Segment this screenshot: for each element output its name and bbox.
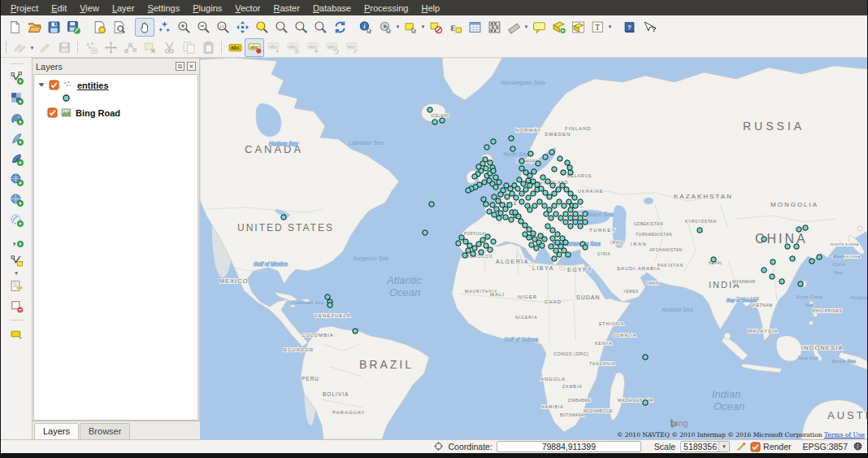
run-feature-action-button[interactable] bbox=[375, 18, 395, 37]
toolbar-grip[interactable] bbox=[77, 41, 78, 54]
field-calculator-button[interactable] bbox=[484, 18, 504, 37]
new-project-button[interactable] bbox=[5, 18, 24, 37]
zoom-native-button[interactable]: 1:1 bbox=[213, 18, 232, 37]
measure-button[interactable] bbox=[504, 18, 523, 37]
zoom-full-button[interactable] bbox=[232, 18, 252, 37]
pan-to-selection-button[interactable] bbox=[154, 18, 174, 37]
whats-this-button[interactable]: ? bbox=[639, 18, 658, 37]
render-checkbox[interactable] bbox=[750, 442, 760, 451]
rotation-icon[interactable] bbox=[736, 441, 747, 453]
refresh-map-button[interactable] bbox=[330, 18, 349, 37]
map-canvas[interactable]: CANADAUNITED STATESMEXICOCOLOMBIAVENEZUE… bbox=[200, 58, 867, 439]
layer-labeling-button[interactable]: abc bbox=[225, 38, 245, 57]
text-annotation-button[interactable]: T bbox=[588, 18, 607, 37]
new-bookmark-button[interactable] bbox=[549, 18, 568, 37]
pan-map-button[interactable] bbox=[135, 18, 154, 37]
add-delimited-text-layer-button[interactable]: , bbox=[7, 231, 26, 250]
show-bookmarks-button[interactable] bbox=[568, 18, 588, 37]
select-features-dropdown[interactable]: ▼ bbox=[420, 24, 426, 29]
label-tool-button[interactable] bbox=[7, 325, 26, 343]
add-spatialite-layer-button[interactable] bbox=[7, 129, 26, 148]
menu-layer[interactable]: Layer bbox=[106, 2, 141, 15]
add-wcs-layer-button[interactable] bbox=[7, 190, 26, 209]
select-by-expression-button[interactable]: ε bbox=[445, 18, 465, 37]
panel-tab-layers[interactable]: Layers bbox=[34, 423, 79, 439]
zoom-next-button[interactable] bbox=[310, 18, 330, 37]
cut-features-button[interactable] bbox=[159, 38, 179, 57]
pin-labels-button[interactable]: abc bbox=[264, 38, 284, 57]
menu-help[interactable]: Help bbox=[414, 2, 446, 15]
node-tool-button[interactable] bbox=[120, 38, 140, 57]
toolbar-grip[interactable] bbox=[11, 320, 23, 321]
new-shapefile-layer-button[interactable] bbox=[7, 251, 26, 270]
zoom-to-layer-button[interactable] bbox=[271, 18, 291, 37]
layer-name[interactable]: Bing Road bbox=[76, 108, 120, 118]
menu-settings[interactable]: Settings bbox=[141, 2, 186, 15]
crs-status-icon[interactable] bbox=[853, 441, 863, 453]
add-feature-button[interactable] bbox=[81, 38, 101, 57]
layer-row-entities[interactable]: entities bbox=[34, 79, 197, 91]
help-contents-button[interactable]: ? bbox=[619, 18, 639, 37]
text-annotation-dropdown[interactable]: ▼ bbox=[607, 24, 613, 29]
open-attribute-table-button[interactable] bbox=[465, 18, 484, 37]
add-wfs-layer-button[interactable] bbox=[7, 211, 26, 229]
menu-plugins[interactable]: Plugins bbox=[186, 2, 228, 15]
save-layer-edits-button[interactable] bbox=[54, 38, 74, 57]
new-print-composer-button[interactable] bbox=[89, 18, 109, 37]
zoom-out-button[interactable] bbox=[193, 18, 213, 37]
move-label-button[interactable]: abc bbox=[303, 38, 323, 57]
chevron-down-icon[interactable]: ▼ bbox=[718, 442, 729, 451]
close-panel-icon[interactable]: ✕ bbox=[187, 62, 196, 71]
zoom-last-button[interactable] bbox=[291, 18, 310, 37]
change-label-button[interactable]: abc bbox=[342, 38, 362, 57]
add-layer-definition-button[interactable] bbox=[7, 277, 26, 295]
layer-checkbox[interactable] bbox=[49, 80, 59, 90]
toolbar-grip[interactable] bbox=[6, 41, 7, 54]
float-panel-icon[interactable]: ⧉ bbox=[176, 62, 184, 71]
terms-of-use-link[interactable]: Terms of Use bbox=[824, 431, 865, 438]
open-project-button[interactable] bbox=[24, 18, 44, 37]
toggle-editing-button[interactable] bbox=[35, 38, 54, 57]
toolbar-grip[interactable] bbox=[11, 63, 23, 64]
layer-name[interactable]: entities bbox=[77, 81, 109, 90]
menu-edit[interactable]: Edit bbox=[45, 2, 73, 15]
toolbar-grip[interactable] bbox=[221, 41, 222, 54]
delete-selected-button[interactable] bbox=[140, 38, 159, 57]
remove-layer-group-button[interactable] bbox=[7, 297, 26, 316]
expander-icon[interactable] bbox=[37, 81, 46, 89]
menu-vector[interactable]: Vector bbox=[228, 2, 267, 15]
menu-project[interactable]: Project bbox=[4, 2, 45, 15]
menu-database[interactable]: Database bbox=[306, 2, 358, 15]
highlight-labels-button[interactable]: abc bbox=[284, 38, 303, 57]
menu-processing[interactable]: Processing bbox=[358, 2, 414, 15]
move-feature-button[interactable] bbox=[101, 38, 120, 57]
run-feature-action-dropdown[interactable]: ▼ bbox=[395, 24, 401, 29]
zoom-to-selection-button[interactable] bbox=[252, 18, 271, 37]
menu-view[interactable]: View bbox=[73, 2, 106, 15]
coordinate-input[interactable] bbox=[497, 441, 641, 452]
layer-checkbox[interactable] bbox=[47, 107, 58, 118]
layer-row-Bing Road[interactable]: Bing Road bbox=[34, 107, 197, 119]
save-project-button[interactable] bbox=[44, 18, 63, 37]
copy-features-button[interactable] bbox=[179, 38, 198, 57]
paste-features-button[interactable] bbox=[198, 38, 218, 57]
composer-manager-button[interactable] bbox=[109, 18, 128, 37]
current-edits-dropdown[interactable]: ▼ bbox=[29, 46, 35, 50]
identify-features-button[interactable]: i bbox=[356, 18, 375, 37]
layer-labeling-options-button[interactable]: abc bbox=[245, 38, 264, 57]
select-features-button[interactable] bbox=[401, 18, 420, 37]
zoom-in-button[interactable] bbox=[174, 18, 193, 37]
add-postgis-layer-button[interactable] bbox=[7, 109, 26, 128]
add-wms-layer-button[interactable] bbox=[7, 170, 26, 189]
save-project-as-button[interactable] bbox=[63, 18, 83, 37]
add-raster-layer-button[interactable] bbox=[7, 89, 26, 107]
current-edits-button[interactable] bbox=[10, 38, 29, 57]
new-shapefile-layer-dropdown[interactable]: ▼ bbox=[14, 271, 20, 276]
add-vector-layer-button[interactable] bbox=[7, 68, 26, 87]
menu-raster[interactable]: Raster bbox=[267, 2, 306, 15]
deselect-all-button[interactable] bbox=[426, 18, 445, 37]
rotate-label-button[interactable]: abc bbox=[323, 38, 342, 57]
map-tips-button[interactable] bbox=[529, 18, 549, 37]
panel-tab-browser[interactable]: Browser bbox=[80, 423, 130, 439]
add-mssql-layer-button[interactable] bbox=[7, 150, 26, 168]
